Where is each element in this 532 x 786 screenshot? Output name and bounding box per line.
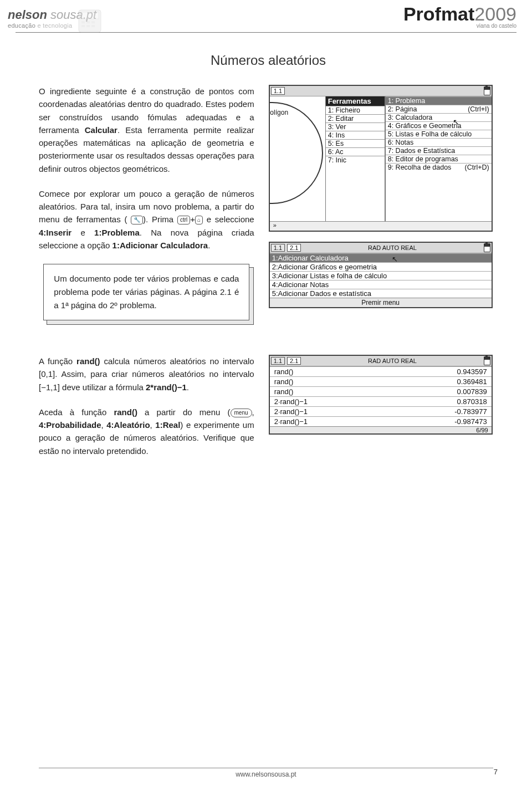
battery-icon	[484, 243, 490, 252]
footer-divider	[39, 768, 493, 768]
menu-item[interactable]: 7: Inic	[326, 156, 385, 164]
brand-main: nelson	[8, 8, 47, 22]
profmat-logo: Profmat2009	[403, 3, 516, 24]
cursor-icon: ↖	[453, 118, 459, 126]
page-number: 7	[494, 768, 498, 776]
figure-column: 1.1 -polígon Ferramentas 1: Ficheiro2: E…	[269, 85, 498, 308]
paragraph-2: Comece por explorar um pouco a geração d…	[39, 187, 254, 252]
calculator-screen-2: 1.1 2.1 RAD AUTO REAL 1:Adicionar Calcul…	[269, 242, 493, 308]
svg-rect-2	[81, 21, 85, 23]
mode-indicator: RAD AUTO REAL	[303, 244, 481, 251]
calc-history-row: 2·rand()−10.870318	[270, 396, 492, 406]
profmat-text: Profmat	[403, 3, 474, 24]
submenu-item[interactable]: 9: Recolha de dados(Ctrl+D)	[386, 163, 492, 171]
calculator-icon	[78, 9, 111, 33]
menu-item[interactable]: 5:Adicionar Dados e estatística	[270, 289, 492, 298]
home-key-icon: ⌂	[195, 216, 203, 224]
page-footer: www.nelsonsousa.pt 7	[0, 768, 532, 778]
circle-arc-icon	[270, 102, 323, 204]
screen-footer: 6/99	[270, 426, 492, 433]
calculator-screen-3: 1.1 2.1 RAD AUTO REAL rand()0.943597rand…	[269, 355, 493, 435]
svg-rect-4	[91, 21, 95, 23]
svg-rect-5	[81, 25, 85, 27]
svg-rect-6	[86, 25, 90, 27]
menu-item[interactable]: 1: Ficheiro	[326, 106, 385, 114]
profmat-year: 2009	[474, 3, 516, 24]
submenu-item[interactable]: 8: Editor de programas	[386, 155, 492, 163]
battery-icon	[484, 86, 490, 95]
tagline-a: educação	[8, 22, 35, 29]
paragraph-1: O ingrediente seguinte é a construção de…	[39, 85, 254, 175]
calc-history-row: 2·rand()−1-0.987473	[270, 416, 492, 426]
menu-key-icon: menu	[231, 409, 252, 417]
submenu-item[interactable]: 6: Notas	[386, 138, 492, 146]
doc-tab[interactable]: 1.1	[271, 244, 285, 252]
calc-history-row: rand()0.943597	[270, 366, 492, 376]
paragraph-3: A função rand() calcula números aleatóri…	[39, 355, 254, 394]
menu-item[interactable]: 1:Adicionar Calculadora	[270, 253, 492, 262]
page-title: Números aleatórios	[39, 53, 498, 68]
brand-right: Profmat2009 viana do castelo	[403, 3, 516, 29]
menu-item[interactable]: 2:Adicionar Gráficos e geometria	[270, 262, 492, 271]
tools-key-icon: 🔧	[131, 216, 143, 224]
submenu-item[interactable]: 5: Listas e Folha de cálculo	[386, 130, 492, 138]
submenu-item[interactable]: 3: Calculadora	[386, 113, 492, 121]
page-header: nelson sousa.pt educação e tecnologia Pr…	[0, 0, 532, 30]
tools-menu-header: Ferramentas	[326, 96, 385, 106]
text-column-2: A função rand() calcula números aleatóri…	[39, 355, 254, 469]
calc-history-row: 2·rand()−1-0.783977	[270, 406, 492, 416]
calc-history-row: rand()0.007839	[270, 386, 492, 396]
text-column: O ingrediente seguinte é a construção de…	[39, 85, 254, 320]
ctrl-key-icon: ctrl	[177, 216, 190, 224]
menu-item[interactable]: 2: Editar	[326, 114, 385, 123]
cursor-icon: ↖	[392, 255, 398, 263]
menu-item[interactable]: 6: Ac	[326, 147, 385, 156]
submenu-item[interactable]: 4: Gráficos e Geometria	[386, 121, 492, 130]
menu-item[interactable]: 4:Adicionar Notas	[270, 280, 492, 289]
info-box-text: Um documento pode ter vários problemas e…	[43, 264, 249, 320]
submenu-item[interactable]: 7: Dados e Estatística	[386, 146, 492, 155]
tool-name: Calcular	[85, 125, 117, 135]
chevron-bar: »	[270, 221, 492, 231]
svg-rect-1	[81, 12, 99, 19]
mode-indicator: RAD AUTO REAL	[303, 358, 481, 364]
menu-item[interactable]: 3: Ver	[326, 123, 385, 131]
doc-tab[interactable]: 1.1	[271, 87, 285, 95]
menu-item[interactable]: 4: Ins	[326, 131, 385, 139]
tagline-b: e tecnologia	[35, 22, 72, 29]
screen-footer: Premir menu	[270, 298, 492, 307]
menu-item[interactable]: 5: Es	[326, 139, 385, 147]
doc-tab[interactable]: 2.1	[287, 357, 301, 365]
brand-tagline: educação e tecnologia	[8, 22, 72, 29]
svg-rect-3	[86, 21, 90, 23]
polygon-label: -polígon	[270, 109, 288, 116]
info-box: Um documento pode ter vários problemas e…	[43, 264, 249, 320]
calculator-screen-1: 1.1 -polígon Ferramentas 1: Ficheiro2: E…	[269, 85, 493, 232]
doc-tab[interactable]: 1.1	[271, 357, 285, 365]
submenu-item[interactable]: 1: Problema	[386, 96, 492, 105]
footer-url: www.nelsonsousa.pt	[236, 770, 296, 778]
doc-tab[interactable]: 2.1	[287, 244, 301, 252]
battery-icon	[484, 356, 490, 365]
menu-item[interactable]: 3:Adicionar Listas e folha de cálculo	[270, 271, 492, 280]
submenu-item[interactable]: 2: Página(Ctrl+I)	[386, 105, 492, 113]
paragraph-4: Aceda à função rand() a partir do menu (…	[39, 406, 254, 457]
svg-rect-7	[91, 25, 95, 27]
calc-history-row: rand()0.369481	[270, 376, 492, 386]
